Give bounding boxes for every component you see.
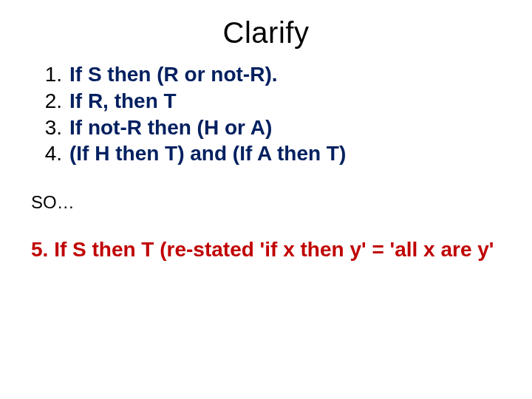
- list-item: 3. If not-R then (H or A): [69, 115, 502, 141]
- list-item: 1. If S then (R or not-R).: [69, 61, 502, 88]
- conclusion: 5. If S then T (re-stated 'if x then y' …: [30, 238, 502, 262]
- list-number: 1.: [30, 61, 62, 88]
- premises-list: 1. If S then (R or not-R). 2. If R, then…: [30, 61, 502, 167]
- list-number: 2.: [30, 88, 62, 115]
- list-number: 3.: [30, 115, 62, 141]
- list-text: (If H then T) and (If A then T): [69, 142, 346, 165]
- list-item: 2. If R, then T: [69, 88, 502, 115]
- list-number: 4.: [30, 140, 62, 167]
- so-label: SO…: [30, 192, 502, 213]
- list-text: If R, then T: [69, 89, 177, 112]
- slide-body: 1. If S then (R or not-R). 2. If R, then…: [0, 55, 532, 262]
- slide-title: Clarify: [0, 0, 532, 55]
- list-text: If not-R then (H or A): [69, 116, 272, 139]
- list-text: If S then (R or not-R).: [69, 63, 278, 86]
- slide: Clarify 1. If S then (R or not-R). 2. If…: [0, 0, 532, 399]
- list-item: 4. (If H then T) and (If A then T): [69, 140, 502, 167]
